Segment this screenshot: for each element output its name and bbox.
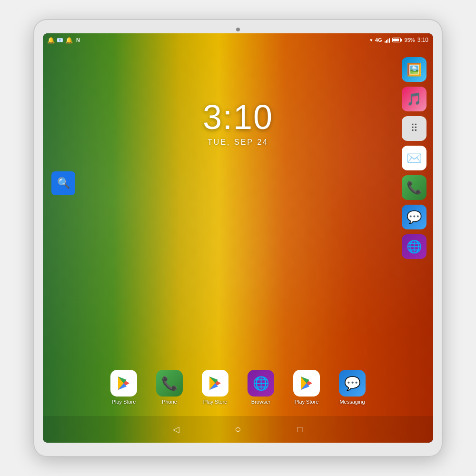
status-left-icons: 🔔 📧 🔔 N <box>48 37 81 43</box>
sidebar-music-icon[interactable]: 🎵 <box>402 87 426 111</box>
right-sidebar: 🖼️ 🎵 ⠿ ✉️ 📞 💬 🌐 <box>402 57 426 259</box>
bottom-app-dock: Play Store 📞 Phone Pl <box>43 370 433 405</box>
gmail-icon: ✉️ <box>407 151 422 166</box>
tablet-screen: 🔔 📧 🔔 N ▾ 4G <box>43 33 433 443</box>
recents-button[interactable]: □ <box>293 422 307 436</box>
sidebar-browser-icon[interactable]: 🌐 <box>402 234 426 259</box>
sidebar-apps-icon[interactable]: ⠿ <box>402 116 426 141</box>
messaging-icon: 💬 <box>407 210 422 225</box>
wifi-icon: ▾ <box>370 37 373 43</box>
notification-icon-1: 🔔 <box>48 37 54 43</box>
browser-app-icon: 🌐 <box>253 376 269 391</box>
app-messaging-label: Messaging <box>339 399 365 405</box>
back-button[interactable]: ◁ <box>169 422 183 436</box>
messaging-app-icon: 💬 <box>344 376 361 391</box>
app-phone-label: Phone <box>162 399 177 405</box>
battery-percent: 95% <box>405 37 415 43</box>
battery-icon <box>392 38 402 42</box>
clock-time-display: 3:10 <box>203 100 273 134</box>
home-button[interactable]: ○ <box>231 422 245 436</box>
back-icon: ◁ <box>173 424 179 435</box>
front-camera <box>236 28 240 31</box>
status-right-area: ▾ 4G 95% 3:10 <box>370 37 428 43</box>
notification-icon-2: 📧 <box>57 37 63 43</box>
app-playstore-1-label: Play Store <box>112 399 136 405</box>
network-label: 4G <box>375 37 382 43</box>
app-playstore-3-label: Play Store <box>295 399 319 405</box>
app-browser[interactable]: 🌐 Browser <box>248 370 274 405</box>
phone-app-icon: 📞 <box>161 376 178 391</box>
playstore-logo-3-icon <box>298 375 315 392</box>
playstore-logo-2-icon <box>207 375 224 392</box>
notification-icon-4: N <box>75 37 81 43</box>
app-phone[interactable]: 📞 Phone <box>156 370 183 405</box>
app-playstore-2[interactable]: Play Store <box>202 370 228 405</box>
app-playstore-3[interactable]: Play Store <box>293 370 320 405</box>
app-messaging[interactable]: 💬 Messaging <box>339 370 366 405</box>
clock-widget: 3:10 TUE, SEP 24 <box>203 100 273 147</box>
grid-icon: ⠿ <box>410 122 418 135</box>
playstore-logo-icon <box>115 375 132 392</box>
navigation-bar: ◁ ○ □ <box>43 416 433 443</box>
notification-icon-3: 🔔 <box>66 37 72 43</box>
recents-icon: □ <box>298 425 303 435</box>
sidebar-phone-icon[interactable]: 📞 <box>402 175 426 200</box>
gallery-icon: 🖼️ <box>407 62 422 77</box>
search-widget[interactable]: 🔍 <box>51 171 75 195</box>
status-bar: 🔔 📧 🔔 N ▾ 4G <box>43 33 433 47</box>
clock-date-display: TUE, SEP 24 <box>203 138 273 147</box>
home-icon: ○ <box>235 423 241 436</box>
tablet-device: 🔔 📧 🔔 N ▾ 4G <box>33 19 443 457</box>
app-playstore-1[interactable]: Play Store <box>110 370 137 405</box>
phone-icon: 📞 <box>407 180 422 195</box>
signal-strength-icon <box>385 37 390 43</box>
app-browser-label: Browser <box>251 399 270 405</box>
music-icon: 🎵 <box>407 92 422 107</box>
app-playstore-2-label: Play Store <box>203 399 228 405</box>
sidebar-messaging-icon[interactable]: 💬 <box>402 205 426 229</box>
sidebar-gallery-icon[interactable]: 🖼️ <box>402 57 426 82</box>
search-icon: 🔍 <box>57 177 70 189</box>
sidebar-gmail-icon[interactable]: ✉️ <box>402 146 426 170</box>
browser-icon: 🌐 <box>407 239 422 254</box>
status-time: 3:10 <box>417 37 428 43</box>
